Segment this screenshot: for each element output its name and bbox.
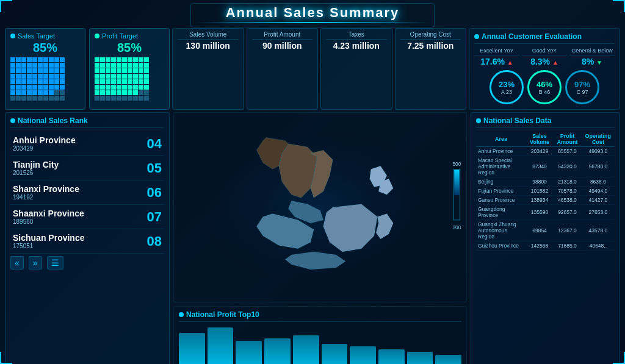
grid-cell — [122, 96, 127, 101]
table-cell-0-2: 85557.0 — [553, 147, 582, 156]
grid-cell — [144, 74, 149, 79]
rank-name-0: Anhui Province — [13, 135, 147, 145]
grid-cell — [128, 79, 132, 84]
rank-sub-2: 194192 — [13, 194, 147, 201]
grid-cell — [27, 79, 32, 84]
rank-list: Anhui Province 203429 04 Tianjin City 20… — [10, 132, 164, 254]
chart-bar — [378, 349, 405, 365]
table-cell-2-0: Beijing — [476, 177, 526, 187]
grid-cell — [111, 90, 116, 95]
grid-cell — [43, 96, 48, 101]
chart-title: National Profit Top10 — [179, 310, 461, 322]
sales-data-section: National Sales Data Area Sales Volume Pr… — [471, 112, 620, 364]
grid-cell — [43, 74, 48, 79]
top-stats-bar: Sales Target 85% Profit Target 85% Sales… — [0, 26, 625, 112]
metric-sales-volume-label: Sales Volume — [178, 31, 239, 40]
grid-cell — [60, 63, 65, 68]
table-cell-6-0: Guangxi Zhuang Autonomous Region — [476, 220, 526, 241]
header: Annual Sales Summary — [0, 0, 625, 26]
rank-section: National Sales Rank Anhui Province 20342… — [5, 112, 170, 364]
grid-cell — [32, 63, 37, 68]
chart-bar-item: Anhui Pro.. — [264, 338, 291, 365]
grid-cell — [43, 68, 48, 73]
grid-cell — [133, 74, 138, 79]
grid-cell — [144, 79, 149, 84]
grid-cell — [117, 74, 121, 79]
table-cell-6-2: 12367.0 — [553, 220, 582, 241]
grid-cell — [27, 68, 32, 73]
grid-cell — [32, 85, 37, 90]
list-view-button[interactable]: ☰ — [47, 256, 63, 269]
col-header-sales: Sales Volume — [526, 132, 553, 147]
grid-cell — [49, 74, 54, 79]
grid-cell — [95, 74, 99, 79]
rank-info-3: Shaanxi Province 189580 — [13, 209, 147, 225]
general-arrow-icon: ▼ — [596, 59, 602, 66]
table-cell-5-1: 135590 — [526, 205, 553, 220]
grid-cell — [54, 85, 59, 90]
rank-sub-4: 175051 — [13, 243, 147, 249]
circle-b-pct: 46% — [536, 80, 552, 89]
grid-cell — [117, 90, 121, 95]
grid-cell — [100, 90, 105, 95]
metric-profit-value: 90 million — [252, 41, 313, 51]
metric-sales-volume: Sales Volume 130 million — [172, 28, 244, 110]
sales-data-table: Area Sales Volume Profit Amount Operatin… — [476, 132, 615, 251]
grid-cell — [139, 96, 143, 101]
grid-cell — [43, 85, 48, 90]
rank-item-4: Sichuan Province 175051 08 — [10, 229, 164, 254]
rank-sub-1: 201526 — [13, 170, 147, 176]
rank-item-3: Shaanxi Province 189580 07 — [10, 205, 164, 229]
eval-good-label: Good YoY — [522, 48, 567, 55]
chart-bar-item: Shandong — [293, 335, 319, 364]
chart-bar — [350, 346, 376, 364]
grid-cell — [106, 57, 110, 62]
grid-cell — [60, 79, 65, 84]
eval-good-value: 8.3% ▲ — [522, 57, 567, 66]
circle-a: 23% A 23 — [490, 70, 524, 104]
col-header-profit: Profit Amount — [553, 132, 582, 147]
grid-cell — [95, 85, 99, 90]
center-panel: 500 200 National Profit Top10 — [173, 112, 467, 364]
grid-cell — [38, 74, 43, 79]
grid-cell — [95, 57, 99, 62]
table-cell-2-3: 8638.0 — [582, 177, 615, 187]
grid-cell — [106, 85, 110, 90]
grid-cell — [54, 68, 59, 73]
grid-cell — [117, 96, 121, 101]
grid-cell — [117, 63, 121, 68]
table-cell-0-1: 203429 — [526, 147, 553, 156]
grid-cell — [60, 68, 65, 73]
grid-cell — [95, 68, 99, 73]
grid-cell — [21, 68, 26, 73]
circle-c-label: C 97 — [576, 89, 588, 95]
table-cell-1-0: Macao Special Administrative Region — [476, 156, 526, 177]
grid-cell — [111, 63, 116, 68]
sales-target-card: Sales Target 85% — [5, 28, 85, 110]
grid-cell — [95, 79, 99, 84]
metric-profit-label: Profit Amount — [252, 31, 313, 40]
chart-bar — [435, 355, 461, 365]
grid-cell — [54, 63, 59, 68]
grid-cell — [122, 74, 127, 79]
eval-excellent-value: 17.6% ▲ — [474, 57, 519, 66]
grid-cell — [60, 96, 65, 101]
rank-item-2: Shanxi Province 194192 06 — [10, 180, 164, 205]
map-area: 500 200 — [173, 112, 467, 302]
grid-cell — [49, 63, 54, 68]
grid-cell — [54, 96, 59, 101]
grid-cell — [128, 74, 132, 79]
next-page-button[interactable]: » — [29, 256, 42, 269]
grid-cell — [27, 90, 32, 95]
chart-bar — [236, 341, 262, 364]
grid-cell — [32, 90, 37, 95]
header-border — [197, 22, 428, 23]
rank-number-4: 08 — [147, 234, 162, 249]
grid-cell — [100, 63, 105, 68]
data-section-icon — [476, 118, 481, 123]
eval-circle-a: 23% A 23 — [490, 70, 524, 105]
prev-page-button[interactable]: « — [10, 256, 24, 269]
sales-data-title: National Sales Data — [476, 116, 615, 128]
table-row: Anhui Province20342985557.049093.0 — [476, 147, 615, 156]
grid-cell — [16, 68, 21, 73]
